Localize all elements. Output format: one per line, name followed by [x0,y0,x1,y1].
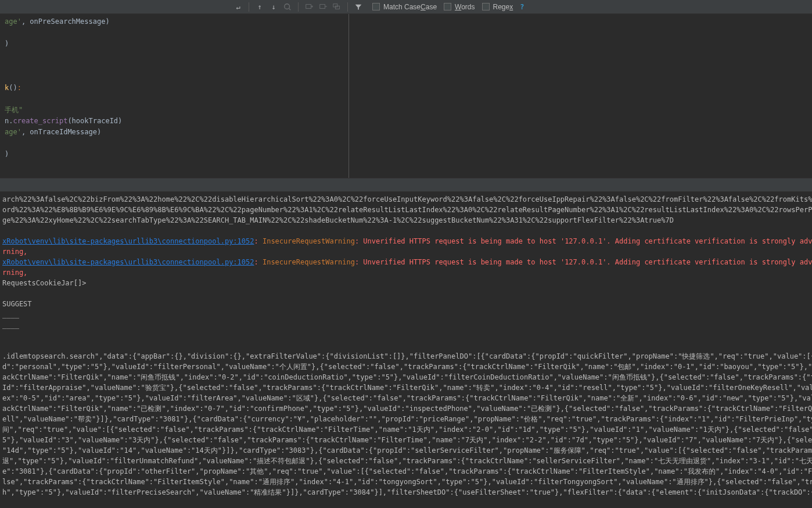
next-match-icon[interactable]: ↓ [268,1,279,13]
console-line: ____ [2,320,810,330]
svg-rect-5 [320,4,325,8]
match-case-checkbox[interactable]: Match CaseCase [372,3,437,11]
editor-area: age', onPreSearchMessage) ) k(): 手机" n.c… [0,14,812,178]
warning-line: xRobot\venv\lib\site-packages\urllib3\co… [2,236,810,246]
console-line: "14d","type":"5"},"valueId":"14","valueN… [2,445,810,456]
search-icon[interactable] [282,1,293,13]
select-all-icon[interactable] [331,1,343,13]
warning-line: xRobot\venv\lib\site-packages\urllib3\co… [2,257,810,267]
console-line: Id":"filterAppraise","valueName":"验货宝"},… [2,382,810,393]
svg-line-1 [289,8,291,10]
console-line: 退","type":"5"},"valueId":"filterUnmatchR… [2,456,810,466]
svg-point-0 [285,3,290,9]
filter-icon[interactable] [353,1,364,13]
prev-match-icon[interactable]: ↑ [254,1,265,13]
console-line: RequestsCookieJar[]> [2,278,810,288]
console-line: e":"3081"},{"cardData":{"propId":"otherF… [2,466,810,477]
console-line: ge%22%3A%22xyHome%22%2C%22searchTabType%… [2,215,810,226]
console-line: arch%22%3Afalse%2C%22bizFrom%22%3A%22hom… [2,194,810,205]
newline-icon[interactable]: ↵ [232,1,244,13]
console-line: 5"},"valueId":"3","valueName":"3天内"},{"s… [2,435,810,445]
console-line: lse","trackParams":{"trackCtrlName":"Fil… [2,477,810,487]
console-line: ____ [2,309,810,320]
console-line: ex":"0-5","id":"area","type":"5"},"value… [2,393,810,403]
editor-right-panel [348,14,812,178]
console-line: ord%22%3A%22%E8%8B%B9%E6%9E%9C%E6%89%8B%… [2,205,810,215]
console-line: ackCtrlName":"FilterQik","name":"已检测","i… [2,403,810,414]
add-selection-icon[interactable] [303,1,315,13]
regex-checkbox[interactable]: Regex [482,3,513,11]
console-line: h","type":"5"},"valueId":"filterPreciseS… [2,487,810,498]
help-icon[interactable]: ? [520,3,524,11]
console-line: 间","req":"true","value":[{"selected":"fa… [2,424,810,435]
words-checkbox[interactable]: Words [444,3,475,11]
panel-separator[interactable] [0,178,812,192]
console-line: .idlemtopsearch.search","data":{"appBar"… [2,351,810,362]
code-editor[interactable]: age', onPreSearchMessage) ) k(): 手机" n.c… [0,14,348,178]
console-line: ackCtrlName":"FilterQik","name":"闲鱼币抵钱",… [2,372,810,382]
remove-selection-icon[interactable] [317,1,329,13]
find-toolbar: ↵ ↑ ↓ Match CaseCase Words Regex ? [0,0,812,14]
console-line: d":"personal","type":"5"},"valueId":"fil… [2,362,810,372]
console-line: SUGGEST [2,299,810,309]
console-line: ell","valueName":"帮卖"}]},"cardType":"308… [2,414,810,424]
svg-rect-2 [306,4,311,8]
console-output[interactable]: arch%22%3Afalse%2C%22bizFrom%22%3A%22hom… [0,192,812,508]
